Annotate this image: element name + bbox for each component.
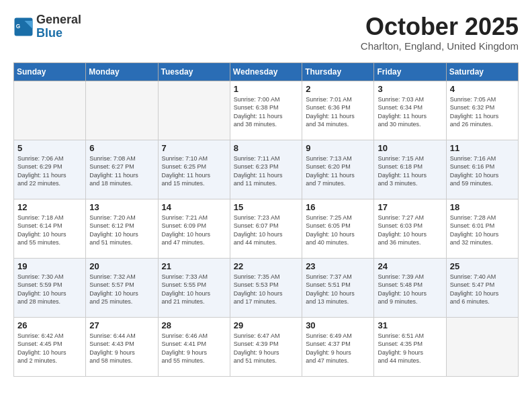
day-number: 27 xyxy=(89,320,154,330)
logo-blue: Blue xyxy=(36,27,81,40)
day-cell: 19Sunrise: 7:30 AM Sunset: 5:59 PM Dayli… xyxy=(14,258,86,317)
day-info: Sunrise: 6:42 AM Sunset: 4:45 PM Dayligh… xyxy=(17,332,82,365)
day-info: Sunrise: 7:15 AM Sunset: 6:18 PM Dayligh… xyxy=(378,154,442,188)
day-number: 8 xyxy=(234,143,298,153)
day-number: 9 xyxy=(306,143,370,153)
day-number: 18 xyxy=(450,202,515,212)
day-number: 20 xyxy=(89,261,154,271)
day-info: Sunrise: 7:08 AM Sunset: 6:27 PM Dayligh… xyxy=(89,154,154,188)
day-info: Sunrise: 7:32 AM Sunset: 5:57 PM Dayligh… xyxy=(89,273,154,306)
day-cell: 17Sunrise: 7:27 AM Sunset: 6:03 PM Dayli… xyxy=(374,199,446,258)
day-cell: 24Sunrise: 7:39 AM Sunset: 5:48 PM Dayli… xyxy=(374,258,446,317)
day-number: 25 xyxy=(450,261,515,271)
calendar-table: SundayMondayTuesdayWednesdayThursdayFrid… xyxy=(13,62,519,377)
day-cell: 13Sunrise: 7:20 AM Sunset: 6:12 PM Dayli… xyxy=(86,199,158,258)
day-info: Sunrise: 7:35 AM Sunset: 5:53 PM Dayligh… xyxy=(234,273,298,306)
location: Charlton, England, United Kingdom xyxy=(361,40,519,52)
day-info: Sunrise: 7:30 AM Sunset: 5:59 PM Dayligh… xyxy=(17,273,82,306)
day-number: 30 xyxy=(306,320,370,330)
day-number: 11 xyxy=(450,143,515,153)
day-cell: 12Sunrise: 7:18 AM Sunset: 6:14 PM Dayli… xyxy=(14,199,86,258)
week-row-3: 12Sunrise: 7:18 AM Sunset: 6:14 PM Dayli… xyxy=(14,199,519,258)
day-number: 17 xyxy=(378,202,442,212)
day-info: Sunrise: 7:20 AM Sunset: 6:12 PM Dayligh… xyxy=(89,214,154,247)
day-number: 16 xyxy=(306,202,370,212)
day-cell: 2Sunrise: 7:01 AM Sunset: 6:36 PM Daylig… xyxy=(302,81,374,140)
day-info: Sunrise: 6:49 AM Sunset: 4:37 PM Dayligh… xyxy=(306,332,370,365)
day-cell: 25Sunrise: 7:40 AM Sunset: 5:47 PM Dayli… xyxy=(446,258,518,317)
logo-text: General Blue xyxy=(36,13,81,40)
month-title: October 2025 xyxy=(361,13,519,40)
svg-text:G: G xyxy=(16,23,20,29)
logo-icon: G xyxy=(13,17,34,37)
day-cell: 10Sunrise: 7:15 AM Sunset: 6:18 PM Dayli… xyxy=(374,140,446,199)
day-cell: 7Sunrise: 7:10 AM Sunset: 6:25 PM Daylig… xyxy=(158,140,230,199)
day-cell: 27Sunrise: 6:44 AM Sunset: 4:43 PM Dayli… xyxy=(86,317,158,376)
day-cell: 8Sunrise: 7:11 AM Sunset: 6:23 PM Daylig… xyxy=(230,140,302,199)
day-cell: 22Sunrise: 7:35 AM Sunset: 5:53 PM Dayli… xyxy=(230,258,302,317)
day-info: Sunrise: 7:06 AM Sunset: 6:29 PM Dayligh… xyxy=(17,154,82,188)
header-monday: Monday xyxy=(86,62,158,81)
day-cell: 5Sunrise: 7:06 AM Sunset: 6:29 PM Daylig… xyxy=(14,140,86,199)
day-cell: 15Sunrise: 7:23 AM Sunset: 6:07 PM Dayli… xyxy=(230,199,302,258)
day-info: Sunrise: 7:39 AM Sunset: 5:48 PM Dayligh… xyxy=(378,273,442,306)
day-number: 15 xyxy=(234,202,298,212)
day-cell: 1Sunrise: 7:00 AM Sunset: 6:38 PM Daylig… xyxy=(230,81,302,140)
day-info: Sunrise: 7:21 AM Sunset: 6:09 PM Dayligh… xyxy=(162,214,226,247)
day-info: Sunrise: 7:23 AM Sunset: 6:07 PM Dayligh… xyxy=(234,214,298,247)
day-number: 1 xyxy=(234,84,298,94)
day-cell: 11Sunrise: 7:16 AM Sunset: 6:16 PM Dayli… xyxy=(446,140,518,199)
week-row-1: 1Sunrise: 7:00 AM Sunset: 6:38 PM Daylig… xyxy=(14,81,519,140)
day-cell: 21Sunrise: 7:33 AM Sunset: 5:55 PM Dayli… xyxy=(158,258,230,317)
day-info: Sunrise: 7:18 AM Sunset: 6:14 PM Dayligh… xyxy=(17,214,82,247)
day-info: Sunrise: 7:27 AM Sunset: 6:03 PM Dayligh… xyxy=(378,214,442,247)
day-info: Sunrise: 7:10 AM Sunset: 6:25 PM Dayligh… xyxy=(162,154,226,188)
day-number: 19 xyxy=(17,261,82,271)
day-number: 31 xyxy=(378,320,442,330)
day-info: Sunrise: 7:28 AM Sunset: 6:01 PM Dayligh… xyxy=(450,214,515,247)
day-number: 23 xyxy=(306,261,370,271)
day-info: Sunrise: 7:25 AM Sunset: 6:05 PM Dayligh… xyxy=(306,214,370,247)
day-number: 21 xyxy=(162,261,226,271)
header-wednesday: Wednesday xyxy=(230,62,302,81)
header-friday: Friday xyxy=(374,62,446,81)
day-number: 10 xyxy=(378,143,442,153)
header-sunday: Sunday xyxy=(14,62,86,81)
day-cell: 20Sunrise: 7:32 AM Sunset: 5:57 PM Dayli… xyxy=(86,258,158,317)
day-info: Sunrise: 7:05 AM Sunset: 6:32 PM Dayligh… xyxy=(450,95,515,129)
day-cell xyxy=(14,81,86,140)
day-number: 12 xyxy=(17,202,82,212)
day-cell: 26Sunrise: 6:42 AM Sunset: 4:45 PM Dayli… xyxy=(14,317,86,376)
day-number: 13 xyxy=(89,202,154,212)
day-info: Sunrise: 7:33 AM Sunset: 5:55 PM Dayligh… xyxy=(162,273,226,306)
week-row-4: 19Sunrise: 7:30 AM Sunset: 5:59 PM Dayli… xyxy=(14,258,519,317)
day-info: Sunrise: 7:03 AM Sunset: 6:34 PM Dayligh… xyxy=(378,95,442,129)
day-cell: 29Sunrise: 6:47 AM Sunset: 4:39 PM Dayli… xyxy=(230,317,302,376)
day-cell: 14Sunrise: 7:21 AM Sunset: 6:09 PM Dayli… xyxy=(158,199,230,258)
day-number: 7 xyxy=(162,143,226,153)
day-info: Sunrise: 7:16 AM Sunset: 6:16 PM Dayligh… xyxy=(450,154,515,188)
day-number: 3 xyxy=(378,84,442,94)
page-header: G General Blue October 2025 Charlton, En… xyxy=(13,13,519,52)
title-block: October 2025 Charlton, England, United K… xyxy=(361,13,519,52)
day-cell: 4Sunrise: 7:05 AM Sunset: 6:32 PM Daylig… xyxy=(446,81,518,140)
day-number: 24 xyxy=(378,261,442,271)
day-number: 14 xyxy=(162,202,226,212)
day-cell xyxy=(446,317,518,376)
day-cell: 6Sunrise: 7:08 AM Sunset: 6:27 PM Daylig… xyxy=(86,140,158,199)
header-row: SundayMondayTuesdayWednesdayThursdayFrid… xyxy=(14,62,519,81)
day-cell: 23Sunrise: 7:37 AM Sunset: 5:51 PM Dayli… xyxy=(302,258,374,317)
day-cell: 28Sunrise: 6:46 AM Sunset: 4:41 PM Dayli… xyxy=(158,317,230,376)
day-info: Sunrise: 6:47 AM Sunset: 4:39 PM Dayligh… xyxy=(234,332,298,365)
day-info: Sunrise: 7:37 AM Sunset: 5:51 PM Dayligh… xyxy=(306,273,370,306)
day-info: Sunrise: 7:00 AM Sunset: 6:38 PM Dayligh… xyxy=(234,95,298,129)
day-cell: 16Sunrise: 7:25 AM Sunset: 6:05 PM Dayli… xyxy=(302,199,374,258)
day-number: 28 xyxy=(162,320,226,330)
week-row-2: 5Sunrise: 7:06 AM Sunset: 6:29 PM Daylig… xyxy=(14,140,519,199)
day-cell xyxy=(158,81,230,140)
day-number: 2 xyxy=(306,84,370,94)
day-number: 4 xyxy=(450,84,515,94)
day-number: 5 xyxy=(17,143,82,153)
day-cell: 18Sunrise: 7:28 AM Sunset: 6:01 PM Dayli… xyxy=(446,199,518,258)
day-info: Sunrise: 7:40 AM Sunset: 5:47 PM Dayligh… xyxy=(450,273,515,306)
